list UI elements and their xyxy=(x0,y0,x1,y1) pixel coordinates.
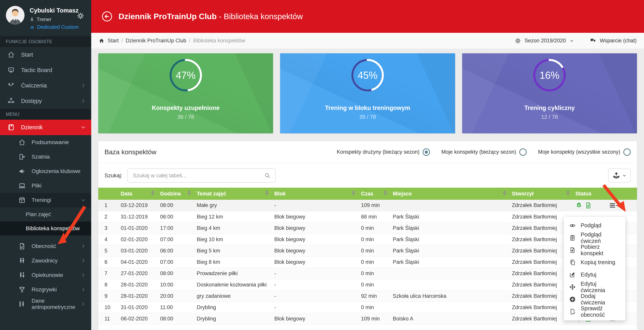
column-header-Data[interactable]: Data xyxy=(118,188,157,200)
sidebar-item-tactic-board[interactable]: Tactic Board xyxy=(0,63,91,78)
sidebar-item-label: Treningi xyxy=(32,197,51,203)
sidebar-item-podsumowanie[interactable]: Podsumowanie xyxy=(0,135,91,149)
sidebar-item-plan-zajęć[interactable]: Plan zajęć xyxy=(0,207,91,221)
cell: Blok biegowy xyxy=(271,211,358,222)
sidebar-item-szatnia[interactable]: Szatnia xyxy=(0,149,91,164)
cell: 06:00 xyxy=(157,211,194,222)
radio-circle[interactable] xyxy=(422,148,430,156)
cell: 06:00 xyxy=(157,245,194,256)
konspekty-table: DataGodzinaTemat zajęćBlokCzasMiejsceStw… xyxy=(98,188,637,324)
row-actions-menu-icon[interactable] xyxy=(609,202,618,209)
menu-item-edytuj-ćwiczenia[interactable]: Edytuj ćwiczenia xyxy=(564,281,626,293)
season-selector[interactable]: Sezon 2019/2020 xyxy=(524,38,566,44)
cell: 0 min xyxy=(358,302,390,313)
column-header-Stworzył[interactable]: Stworzył xyxy=(509,188,572,200)
copy-icon xyxy=(569,259,576,266)
cell: 07:00 xyxy=(157,256,194,268)
breadcrumb-item: Biblioteka konspektów xyxy=(193,38,245,44)
sidebar-item-biblioteka-konspektów[interactable]: Biblioteka konspektów xyxy=(0,221,91,236)
radio-konspekty-drużyny-bieżący-sezon-[interactable]: Konspekty drużyny (bieżący sezon) xyxy=(336,148,430,156)
sidebar-item-pliki[interactable]: Pliki xyxy=(0,179,91,193)
cell: 92 min xyxy=(358,290,390,302)
doccheck-icon xyxy=(18,243,26,250)
breadcrumb-bar: Start / Dziennik ProTrainUp Club / Bibli… xyxy=(91,33,644,49)
sidebar-item-label: Pliki xyxy=(32,183,42,189)
trophy-icon xyxy=(18,286,26,293)
menu-item-podgląd[interactable]: Podgląd xyxy=(564,219,626,232)
menu-item-label: Pobierz konspekt xyxy=(581,244,620,257)
laptop-icon xyxy=(18,182,26,189)
stat-card-3: 16% Trening cykliczny 12 / 78 xyxy=(462,53,637,133)
sidebar-item-treningi[interactable]: Treningi xyxy=(0,193,91,207)
sidebar-item-dziennik[interactable]: Dziennik xyxy=(0,120,91,135)
export-button[interactable] xyxy=(608,169,631,183)
sidebar-item-obecność[interactable]: Obecność xyxy=(0,239,91,253)
menu-item-edytuj[interactable]: Edytuj xyxy=(564,268,626,281)
avatar xyxy=(6,6,24,25)
cell: 08:00 xyxy=(157,313,194,324)
radio-circle[interactable] xyxy=(519,148,527,156)
radio-circle[interactable] xyxy=(623,148,631,156)
cell: Bieg 8 km xyxy=(194,256,271,268)
profile-settings-gear-icon[interactable] xyxy=(77,12,84,20)
cell: Doskonalenie kozłowania piłki xyxy=(194,279,271,290)
cell: 5 xyxy=(98,245,118,256)
sidebar-item-dane-antropometryczne[interactable]: Dane antropometryczne xyxy=(0,297,91,311)
column-header-Miejsce[interactable]: Miejsce xyxy=(390,188,509,200)
menu-item-label: Podgląd ćwiczeń xyxy=(581,231,620,244)
breadcrumb-item[interactable]: Dziennik ProTrainUp Club xyxy=(126,38,186,44)
column-header-Temat zajęć[interactable]: Temat zajęć xyxy=(194,188,271,200)
sidebar-item-rozgrywki[interactable]: Rozgrywki xyxy=(0,282,91,297)
breadcrumb-item[interactable]: Start xyxy=(108,38,119,44)
sidebar-item-label: Dziennik xyxy=(21,124,43,131)
cell: Zdrzałek Bartłomiej xyxy=(509,279,572,290)
chat-icon xyxy=(590,38,596,44)
radio-moje-konspekty-bieżący-sezon-[interactable]: Moje konspekty (bieżący sezon) xyxy=(441,148,527,156)
sidebar-item-ćwiczenia[interactable]: Ćwiczenia xyxy=(0,78,91,93)
cell xyxy=(390,302,509,313)
menu-item-dodaj-ćwiczenia[interactable]: Dodaj ćwiczenia xyxy=(564,293,626,305)
sidebar-item-dostępy[interactable]: Dostępy xyxy=(0,93,91,109)
menu-item-sprawdź-obecność[interactable]: Sprawdź obecność xyxy=(564,305,626,318)
cell: 27-01-2020 xyxy=(118,268,157,279)
search-input[interactable] xyxy=(128,169,276,183)
cell: Blok biegowy xyxy=(271,222,358,234)
column-header-Blok[interactable]: Blok xyxy=(271,188,358,200)
cell: Park Śląski xyxy=(390,211,509,222)
row-actions-context-menu: PodglądPodgląd ćwiczeńPobierz konspektKo… xyxy=(564,216,626,321)
cell: Zdrzałek Bartłomiej xyxy=(509,200,572,211)
home-icon[interactable] xyxy=(99,38,104,44)
chevron-down-icon[interactable] xyxy=(569,39,574,43)
sidebar-item-label: Plan zajęć xyxy=(26,211,51,218)
column-header-Czas[interactable]: Czas xyxy=(358,188,390,200)
progress-gauge: 47% xyxy=(169,58,202,92)
sort-icon xyxy=(384,190,387,195)
cell: Park Śląski xyxy=(390,222,509,234)
radio-moje-konspekty-wszystkie-sezony-[interactable]: Moje konspekty (wszystkie sezony) xyxy=(538,148,631,156)
cell: 1 xyxy=(98,200,118,211)
sidebar-section-funkcje-osobiste: FUNKCJE OSOBISTE xyxy=(0,36,91,47)
strategy-icon xyxy=(7,82,16,89)
sidebar-item-ogłoszenia-klubowe[interactable]: Ogłoszenia klubowe xyxy=(0,164,91,179)
cell: 31-12-2019 xyxy=(118,211,157,222)
menu-item-kopiuj-trening[interactable]: Kopiuj trening xyxy=(564,256,626,268)
card-count: 36 / 78 xyxy=(98,114,273,120)
column-header-Godzina[interactable]: Godzina xyxy=(157,188,194,200)
menu-item-podgląd-ćwiczeń[interactable]: Podgląd ćwiczeń xyxy=(564,232,626,244)
back-circle-icon[interactable] xyxy=(101,10,113,23)
sidebar-item-start[interactable]: Start xyxy=(0,47,91,63)
card-count: 35 / 78 xyxy=(280,114,455,120)
support-chat-link[interactable]: Wsparcie (chat) xyxy=(600,38,636,44)
cell: 9 xyxy=(98,290,118,302)
sidebar-item-zawodnicy[interactable]: Zawodnicy xyxy=(0,253,91,268)
sidebar-item-label: Biblioteka konspektów xyxy=(26,225,80,232)
menu-item-label: Dodaj ćwiczenia xyxy=(581,293,620,306)
menu-item-pobierz-konspekt[interactable]: Pobierz konspekt xyxy=(564,244,626,256)
sidebar-item-opiekunowie[interactable]: Opiekunowie xyxy=(0,268,91,282)
baza-konspektow-panel: Baza konspektów Konspekty drużyny (bieżą… xyxy=(98,141,637,330)
board-icon xyxy=(7,66,16,74)
chevron-down-icon xyxy=(622,174,626,178)
sort-icon xyxy=(151,190,154,195)
cell: - xyxy=(271,279,358,290)
cell: 0 min xyxy=(358,245,390,256)
